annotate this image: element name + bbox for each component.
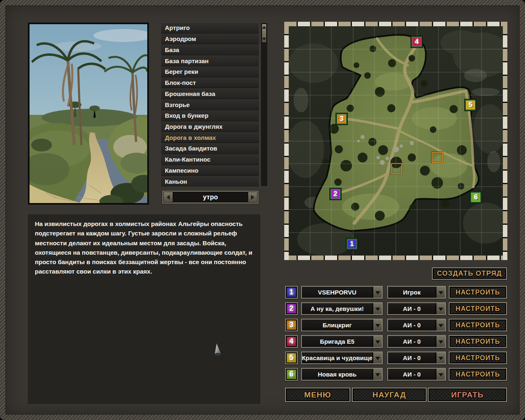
mission-list: Артриго Аэродром База База партизан Бере… [161,23,259,187]
player-3-type-value: АИ - 0 [388,320,436,331]
chevron-down-icon[interactable] [372,336,382,347]
mission-list-scrollbar[interactable] [260,23,268,187]
player-2-badge: 2 [287,304,296,313]
mission-list-item[interactable]: Дорога в джунглях [161,121,259,132]
time-prev-button[interactable] [163,192,173,203]
player-4-name-dropdown[interactable]: Бригада Е5 [301,335,383,348]
mission-list-item[interactable]: База [161,44,259,55]
play-button[interactable]: ИГРАТЬ [428,388,507,402]
player-6-name-value: Новая кровь [302,369,372,380]
player-3-badge: 3 [287,320,296,330]
map-ruler-top [284,22,507,26]
map-ruler-bottom [284,256,507,260]
map-ruler-right [503,22,507,260]
map-preview-image [28,23,149,205]
time-next-button[interactable] [248,192,258,203]
player-3-configure-button[interactable]: НАСТРОИТЬ [449,319,507,331]
tactical-map-panel: 1 2 3 4 5 6 [284,22,507,260]
random-button[interactable]: НАУГАД [352,388,427,402]
mission-list-item[interactable]: Берег реки [161,66,259,77]
arrow-right-icon [251,195,254,200]
player-2-name-value: А ну ка, девушки! [302,303,372,314]
player-1-type-dropdown[interactable]: Игрок [387,286,446,299]
mission-list-item[interactable]: Аэродром [161,34,259,44]
scroll-down-icon[interactable] [262,38,266,41]
map-start-marker-6[interactable]: 6 [470,192,482,203]
player-2-type-dropdown[interactable]: АИ - 0 [387,302,446,315]
capture-zone-marker [431,152,443,163]
player-2-type-value: АИ - 0 [388,303,436,314]
player-6-type-dropdown[interactable]: АИ - 0 [387,368,446,381]
chevron-down-icon[interactable] [372,352,382,363]
player-4-name-value: Бригада Е5 [302,336,372,347]
player-3-type-dropdown[interactable]: АИ - 0 [387,319,446,331]
menu-button[interactable]: МЕНЮ [285,388,350,402]
player-1-configure-button[interactable]: НАСТРОИТЬ [449,286,507,299]
mission-list-item[interactable]: Кали-Кантинос [161,154,259,165]
mission-list-item-selected[interactable]: Дорога в холмах [161,132,259,143]
chevron-down-icon[interactable] [372,369,382,380]
scrollbar-thumb[interactable] [262,24,267,43]
create-squad-button[interactable]: СОЗДАТЬ ОТРЯД [432,267,507,280]
player-slot-row-2: 2 А ну ка, девушки! АИ - 0 НАСТРОИТЬ [285,302,507,315]
mission-description: На извилистых дорогах в холмистых района… [28,215,260,404]
player-1-badge-frame: 1 [285,286,298,299]
mission-list-item[interactable]: Каньон [161,176,259,187]
mission-list-item[interactable]: Кампесино [161,165,259,176]
chevron-down-icon[interactable] [436,287,445,298]
player-1-type-value: Игрок [388,287,436,298]
map-terrain: 1 2 3 4 5 6 [289,26,503,256]
player-4-configure-button[interactable]: НАСТРОИТЬ [449,335,507,348]
chevron-down-icon[interactable] [436,320,445,331]
map-start-marker-3[interactable]: 3 [336,113,347,125]
player-1-name-dropdown[interactable]: VSEHPORVU [301,286,383,299]
map-start-marker-5[interactable]: 5 [465,99,476,111]
lobby-screen: Артриго Аэродром База База партизан Бере… [5,5,520,415]
time-of-day-spinner: утро [162,191,258,203]
player-3-name-value: Блицкриг [302,320,372,331]
player-5-name-value: Красавица и чудовище [302,352,372,363]
mission-list-item[interactable]: Взгорье [161,99,259,110]
player-5-badge-frame: 5 [285,352,298,364]
chevron-down-icon[interactable] [436,336,445,347]
map-start-marker-4[interactable]: 4 [411,36,422,48]
player-4-badge: 4 [287,337,296,346]
player-5-configure-button[interactable]: НАСТРОИТЬ [449,352,507,364]
map-start-marker-2[interactable]: 2 [330,188,341,200]
mission-list-item[interactable]: Артриго [161,23,259,33]
player-2-configure-button[interactable]: НАСТРОИТЬ [449,302,507,315]
chevron-down-icon[interactable] [372,287,382,298]
player-5-name-dropdown[interactable]: Красавица и чудовище [301,352,383,364]
player-slot-row-1: 1 VSEHPORVU Игрок НАСТРОИТЬ [285,286,507,299]
map-start-marker-1[interactable]: 1 [346,238,358,250]
mission-list-item[interactable]: База партизан [161,55,259,66]
scroll-up-icon[interactable] [262,26,266,29]
player-2-name-dropdown[interactable]: А ну ка, девушки! [301,302,383,315]
game-window-bezel: Артриго Аэродром База База партизан Бере… [0,0,525,420]
player-slot-row-6: 6 Новая кровь АИ - 0 НАСТРОИТЬ [285,368,507,381]
mission-list-item[interactable]: Блок-пост [161,78,259,88]
player-3-name-dropdown[interactable]: Блицкриг [301,319,383,331]
mission-list-item[interactable]: Засада бандитов [161,143,259,154]
chevron-down-icon[interactable] [372,303,382,314]
player-4-badge-frame: 4 [285,335,298,348]
player-5-badge: 5 [287,353,296,363]
player-5-type-value: АИ - 0 [388,352,436,363]
mission-list-item[interactable]: Брошенная база [161,88,259,99]
player-6-configure-button[interactable]: НАСТРОИТЬ [449,368,507,381]
player-6-type-value: АИ - 0 [388,369,436,380]
player-4-type-dropdown[interactable]: АИ - 0 [387,335,446,348]
player-6-name-dropdown[interactable]: Новая кровь [301,368,383,381]
capture-zone-marker [391,163,402,174]
chevron-down-icon[interactable] [436,369,445,380]
player-2-badge-frame: 2 [285,302,298,315]
player-5-type-dropdown[interactable]: АИ - 0 [387,352,446,364]
mission-list-item[interactable]: Вход в бункер [161,110,259,121]
chevron-down-icon[interactable] [436,303,445,314]
player-slot-row-5: 5 Красавица и чудовище АИ - 0 НАСТРОИТЬ [285,352,507,364]
arrow-left-icon [167,195,170,200]
player-1-badge: 1 [287,288,296,297]
chevron-down-icon[interactable] [372,320,382,331]
chevron-down-icon[interactable] [436,352,445,363]
map-ruler-left [284,22,289,260]
